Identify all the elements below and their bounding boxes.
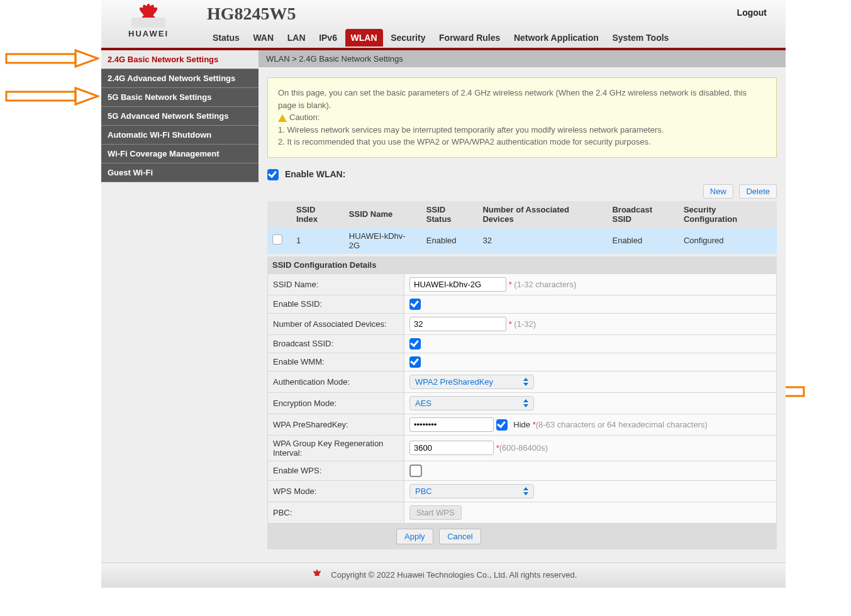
cancel-button[interactable]: Cancel: [439, 529, 481, 544]
col-ssid-name: SSID Name: [344, 201, 421, 228]
label-enc-mode: Encryption Mode:: [268, 392, 404, 414]
svg-marker-1: [75, 50, 98, 67]
hint-ssid-name: (1-32 characters): [514, 280, 576, 289]
notice-box: On this page, you can set the basic para…: [267, 77, 777, 158]
apply-button[interactable]: Apply: [396, 529, 433, 544]
main-nav: Status WAN LAN IPv6 WLAN Security Forwar…: [207, 29, 674, 47]
enable-wmm-checkbox[interactable]: [409, 356, 421, 368]
caution-label: Caution:: [289, 113, 320, 122]
notice-line-2: 2. It is recommended that you use the WP…: [278, 136, 766, 148]
sidebar-item-guest-wifi[interactable]: Guest Wi-Fi: [101, 163, 259, 182]
cell-devices: 32: [477, 228, 607, 254]
nav-ipv6[interactable]: IPv6: [313, 29, 343, 47]
label-group-key: WPA Group Key Regeneration Interval:: [268, 435, 404, 461]
notice-intro: On this page, you can set the basic para…: [278, 87, 766, 111]
nav-wlan[interactable]: WLAN: [345, 29, 383, 47]
caution-icon: [278, 114, 287, 122]
nav-wan[interactable]: WAN: [247, 29, 279, 47]
annotation-arrow-sidebar-2: [5, 87, 99, 106]
hint-num-devices: (1-32): [514, 319, 536, 329]
enc-mode-select[interactable]: AES: [409, 396, 534, 410]
new-button[interactable]: New: [703, 184, 733, 199]
header-bar: HUAWEI HG8245W5 Logout Status WAN LAN IP…: [101, 0, 786, 50]
enable-wlan-checkbox[interactable]: [267, 169, 279, 180]
nav-lan[interactable]: LAN: [282, 29, 311, 47]
footer: Copyright © 2022 Huawei Technologies Co.…: [101, 563, 786, 588]
sidebar: 2.4G Basic Network Settings 2.4G Advance…: [101, 50, 259, 563]
ssid-table: SSID Index SSID Name SSID Status Number …: [267, 201, 777, 254]
broadcast-ssid-checkbox[interactable]: [409, 338, 421, 349]
brand-logo: HUAWEI: [120, 3, 177, 38]
sidebar-item-wifi-coverage[interactable]: Wi-Fi Coverage Management: [101, 145, 259, 163]
cell-name: HUAWEI-kDhv-2G: [344, 228, 421, 254]
annotation-arrow-sidebar-1: [5, 49, 99, 68]
nav-status[interactable]: Status: [207, 29, 245, 47]
notice-line-1: 1. Wireless network services may be inte…: [278, 124, 766, 136]
nav-netapp[interactable]: Network Application: [508, 29, 604, 47]
svg-rect-19: [310, 576, 324, 580]
nav-security[interactable]: Security: [385, 29, 431, 47]
col-broadcast: Broadcast SSID: [607, 201, 678, 228]
start-wps-button[interactable]: Start WPS: [409, 505, 462, 520]
nav-systools[interactable]: System Tools: [606, 29, 674, 47]
svg-rect-15: [131, 18, 165, 28]
ssid-row[interactable]: 1 HUAWEI-kDhv-2G Enabled 32 Enabled Conf…: [267, 228, 777, 254]
footer-text: Copyright © 2022 Huawei Technologies Co.…: [331, 570, 577, 580]
cell-status: Enabled: [421, 228, 478, 254]
group-key-input[interactable]: [409, 441, 494, 455]
nav-forward[interactable]: Forward Rules: [433, 29, 506, 47]
svg-marker-3: [75, 88, 98, 104]
ssid-name-input[interactable]: [409, 277, 506, 292]
label-broadcast-ssid: Broadcast SSID:: [268, 334, 404, 353]
breadcrumb: WLAN > 2.4G Basic Network Settings: [259, 50, 786, 67]
brand-text: HUAWEI: [120, 29, 177, 38]
ssid-row-checkbox[interactable]: [272, 234, 282, 245]
label-ssid-name: SSID Name:: [268, 273, 404, 295]
model-name: HG8245W5: [207, 4, 296, 24]
label-wps-mode: WPS Mode:: [268, 480, 404, 502]
footer-logo-icon: [310, 569, 324, 581]
label-auth-mode: Authentication Mode:: [268, 371, 404, 392]
cell-index: 1: [291, 228, 344, 254]
section-ssid-config: SSID Configuration Details: [267, 256, 777, 273]
col-ssid-status: SSID Status: [421, 201, 478, 228]
col-ssid-index: SSID Index: [291, 201, 344, 228]
col-num-devices: Number of Associated Devices: [477, 201, 607, 228]
logout-link[interactable]: Logout: [737, 8, 767, 18]
enable-wps-checkbox[interactable]: [409, 465, 422, 477]
sidebar-item-auto-wifi-shutdown[interactable]: Automatic Wi-Fi Shutdown: [101, 126, 259, 145]
psk-hide-label: Hide: [513, 420, 530, 429]
huawei-logo-icon: [131, 3, 165, 28]
sidebar-item-24g-advanced[interactable]: 2.4G Advanced Network Settings: [101, 69, 259, 88]
col-security: Security Configuration: [679, 201, 777, 228]
label-enable-wmm: Enable WMM:: [268, 353, 404, 371]
sidebar-item-5g-advanced[interactable]: 5G Advanced Network Settings: [101, 107, 259, 126]
label-enable-ssid: Enable SSID:: [268, 295, 404, 313]
delete-button[interactable]: Delete: [739, 184, 777, 199]
label-num-devices: Number of Associated Devices:: [268, 313, 404, 334]
num-devices-input[interactable]: [409, 317, 506, 331]
svg-rect-0: [6, 54, 75, 63]
wps-mode-select[interactable]: PBC: [409, 484, 534, 498]
svg-rect-2: [6, 92, 75, 101]
label-enable-wps: Enable WPS:: [268, 461, 404, 480]
label-pbc: PBC:: [268, 502, 404, 523]
psk-hide-checkbox[interactable]: [496, 419, 508, 431]
auth-mode-select[interactable]: WPA2 PreSharedKey: [409, 375, 534, 389]
cell-security: Configured: [679, 228, 777, 254]
sidebar-item-5g-basic[interactable]: 5G Basic Network Settings: [101, 88, 259, 107]
cell-broadcast: Enabled: [607, 228, 678, 254]
hint-group-key: (600-86400s): [499, 443, 548, 453]
enable-ssid-checkbox[interactable]: [409, 299, 421, 310]
enable-wlan-label: Enable WLAN:: [285, 169, 345, 179]
content-pane: WLAN > 2.4G Basic Network Settings On th…: [259, 50, 786, 563]
psk-input[interactable]: [409, 417, 494, 432]
sidebar-item-24g-basic[interactable]: 2.4G Basic Network Settings: [101, 50, 259, 69]
hint-psk: (8-63 characters or 64 hexadecimal chara…: [536, 420, 708, 429]
ssid-config-form: SSID Name: * (1-32 characters) Enable SS…: [267, 273, 777, 524]
label-psk: WPA PreSharedKey:: [268, 414, 404, 435]
